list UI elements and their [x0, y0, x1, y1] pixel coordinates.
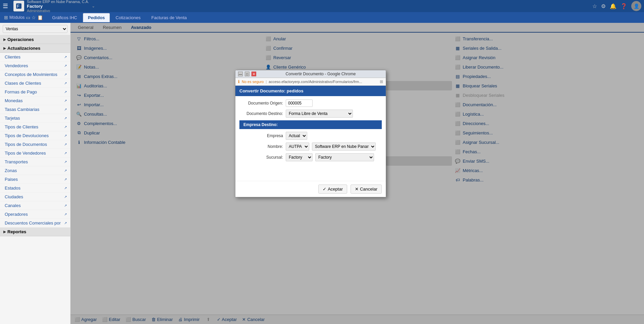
form-row-empresa: Empresa Actual — [239, 132, 382, 140]
form-row-doc-destino: Documento Destino: Forma Libre de Venta — [239, 110, 382, 118]
tab-pedidos[interactable]: Pedidos — [83, 13, 110, 22]
nombre-select-1[interactable]: AUTPAN — [286, 143, 309, 151]
dialog: Convertir Documento: pedidos Documento O… — [235, 86, 386, 197]
sidebar-item-conceptos[interactable]: Conceptos de Movimientos↗ — [0, 70, 70, 79]
sidebar-section-actualizaciones[interactable]: ▶ Actualizaciones — [0, 44, 70, 53]
bell-icon[interactable]: 🔔 — [610, 3, 616, 9]
nombre-select-2[interactable]: Software ERP en Nube Panama, C.A. — [312, 143, 376, 151]
sidebar: Ventas ▶ Operaciones ▶ Actualizaciones C… — [0, 23, 71, 324]
app-name-label: Software ERP en Nube Panama, C.A. — [27, 0, 89, 4]
sidebar-item-clases[interactable]: Clases de Clientes↗ — [0, 79, 70, 88]
chrome-address-bar: ℹ No es seguro | acceso.efactoryerp.com/… — [235, 78, 386, 86]
doc-destino-label: Documento Destino: — [239, 111, 283, 116]
empresa-label: Empresa — [239, 133, 283, 138]
security-icon: ℹ — [238, 79, 240, 84]
security-text: No es seguro — [242, 80, 264, 84]
sucursal-select-1[interactable]: Factory — [286, 153, 313, 161]
app-logo: F — [13, 1, 24, 11]
star-icon[interactable]: ☆ — [592, 3, 597, 9]
sidebar-item-tipos-dev[interactable]: Tipos de Devoluciones↗ — [0, 131, 70, 140]
fav-tab-icon[interactable]: ☆ — [32, 15, 36, 20]
gear-icon[interactable]: ⚙ — [601, 3, 606, 9]
content-area: General Resumen Avanzado ▽Filtros... 🖼Im… — [71, 23, 644, 324]
empresa-select[interactable]: Actual — [286, 132, 307, 140]
sidebar-item-operadores[interactable]: Operadores↗ — [0, 210, 70, 219]
dialog-cancelar-btn[interactable]: ✕ Cancelar — [351, 185, 382, 194]
sidebar-item-tarjetas[interactable]: Tarjetas↗ — [0, 114, 70, 123]
svg-text:F: F — [17, 4, 19, 9]
doc-destino-select[interactable]: Forma Libre de Venta — [286, 110, 353, 118]
menu-icon[interactable]: ☰ — [3, 2, 8, 10]
sidebar-item-transportes[interactable]: Transportes↗ — [0, 158, 70, 166]
dialog-footer: ✓ Aceptar ✕ Cancelar — [235, 181, 386, 197]
chrome-title: Convertir Documento - Google Chrome — [258, 72, 383, 76]
tab-cotizaciones[interactable]: Cotizaciones — [110, 13, 145, 22]
sidebar-item-zonas[interactable]: Zonas↗ — [0, 166, 70, 175]
sidebar-item-descuentos[interactable]: Descuentos Comerciales por↗ — [0, 219, 70, 228]
avatar[interactable]: 👤 — [631, 1, 641, 11]
nombre-label: Nombre: — [239, 144, 283, 149]
form-row-sucursal: Sucursal: Factory Factory — [239, 153, 382, 161]
empresa-destino-header: Empresa Destino: — [239, 120, 382, 129]
url-text: acceso.efactoryerp.com/Administrativo/Fo… — [269, 80, 378, 84]
tab-facturas[interactable]: Facturas de Venta — [146, 13, 192, 22]
sidebar-item-formas-pago[interactable]: Formas de Pago↗ — [0, 88, 70, 96]
sucursal-select-2[interactable]: Factory — [315, 153, 374, 161]
modules-label[interactable]: Módulos — [9, 15, 25, 20]
sucursal-label: Sucursal: — [239, 155, 283, 160]
sidebar-item-monedas[interactable]: Monedas↗ — [0, 96, 70, 105]
tab-graficos[interactable]: Gráficos IHC — [47, 13, 82, 22]
sidebar-item-ciudades[interactable]: Ciudades↗ — [0, 193, 70, 201]
app-title: Software ERP en Nube Panama, C.A. Factor… — [27, 0, 89, 13]
form-row-nombre: Nombre: AUTPAN Software ERP en Nube Pana… — [239, 143, 382, 151]
module-select[interactable]: Ventas — [3, 25, 67, 33]
dialog-body: Documento Origen: Documento Destino: For… — [235, 96, 386, 167]
ssl-icon: ⊞ — [380, 79, 383, 84]
dialog-title: Convertir Documento: pedidos — [235, 86, 386, 96]
sidebar-item-clientes[interactable]: Clientes↗ — [0, 53, 70, 62]
doc-origen-label: Documento Origen: — [239, 101, 283, 106]
sidebar-item-tipos-vendedores[interactable]: Tipos de Vendedores↗ — [0, 149, 70, 158]
sidebar-item-vendedores[interactable]: Vendedores↗ — [0, 62, 70, 70]
tab-bar-icons: ⊞ Módulos ▭ ☆ 📋 — [1, 15, 46, 20]
top-bar: ☰ F Software ERP en Nube Panama, C.A. Fa… — [0, 0, 644, 12]
sidebar-item-paises[interactable]: Paises↗ — [0, 175, 70, 184]
doc-origen-input[interactable] — [286, 99, 313, 107]
help-icon[interactable]: ❓ — [620, 3, 627, 9]
company-label: Factory — [27, 4, 89, 9]
sidebar-item-tipos-clientes[interactable]: Tipos de Clientes↗ — [0, 123, 70, 131]
chrome-close-btn[interactable]: ✕ — [251, 72, 256, 76]
chrome-titlebar: — □ ✕ Convertir Documento - Google Chrom… — [235, 70, 386, 78]
modules-icon[interactable]: ⊞ — [4, 15, 8, 20]
form-row-doc-origen: Documento Origen: — [239, 99, 382, 107]
sidebar-section-reportes[interactable]: ▶ Reportes — [0, 228, 70, 236]
sidebar-section-operaciones[interactable]: ▶ Operaciones — [0, 35, 70, 44]
chrome-maximize-btn[interactable]: □ — [245, 72, 249, 76]
window-icon[interactable]: ▭ — [26, 15, 30, 20]
chevron-icon[interactable]: ⌄ — [92, 4, 95, 8]
module-label: Administrativo — [27, 9, 89, 13]
dialog-aceptar-btn[interactable]: ✓ Aceptar — [318, 185, 347, 194]
x-dialog-icon: ✕ — [355, 187, 359, 192]
history-icon[interactable]: 📋 — [37, 15, 43, 20]
chrome-window: — □ ✕ Convertir Documento - Google Chrom… — [235, 70, 386, 197]
sidebar-item-tasas[interactable]: Tasas Cambiarias↗ — [0, 105, 70, 114]
sidebar-item-estados[interactable]: Estados↗ — [0, 184, 70, 193]
sidebar-header: Ventas — [0, 23, 70, 35]
chrome-minimize-btn[interactable]: — — [238, 72, 243, 76]
check-dialog-icon: ✓ — [323, 187, 326, 192]
sidebar-item-tipos-docs[interactable]: Tipos de Documentos↗ — [0, 140, 70, 149]
sidebar-item-canales[interactable]: Canales↗ — [0, 201, 70, 210]
